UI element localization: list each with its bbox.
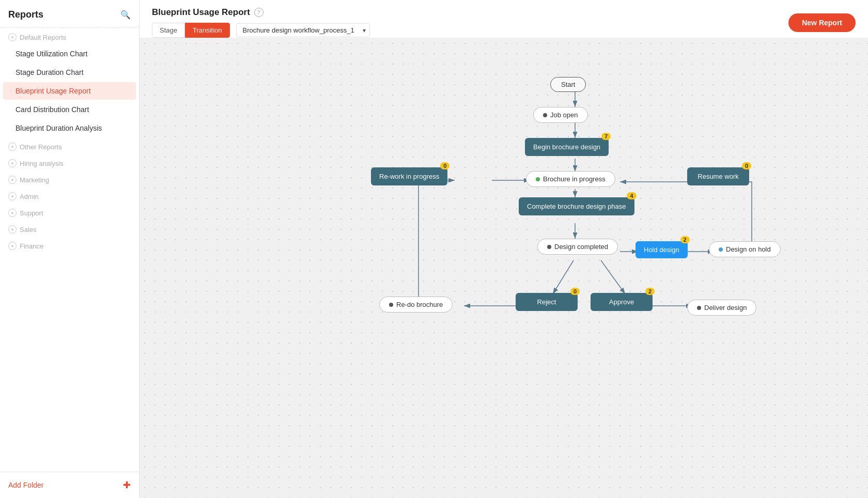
other-reports-label: Other Reports bbox=[20, 143, 62, 151]
approve-badge: 2 bbox=[645, 288, 655, 295]
job-open-status: Job open bbox=[533, 107, 588, 123]
sales-icon: ● bbox=[8, 225, 17, 234]
other-collapse-icon: ● bbox=[8, 143, 17, 151]
node-rework: Re-work in progress 0 bbox=[371, 167, 447, 185]
sidebar-section-hiring[interactable]: ● Hiring analysis bbox=[0, 154, 139, 170]
finance-label: Finance bbox=[20, 242, 43, 250]
support-icon: ● bbox=[8, 209, 17, 217]
marketing-label: Marketing bbox=[20, 176, 49, 184]
complete-brochure-badge: 4 bbox=[627, 192, 636, 199]
sidebar-section-finance[interactable]: ● Finance bbox=[0, 237, 139, 253]
rework-stage: Re-work in progress bbox=[371, 167, 447, 185]
hiring-icon: ● bbox=[8, 159, 17, 167]
rework-badge: 0 bbox=[440, 162, 450, 169]
sidebar-section-other[interactable]: ● Other Reports bbox=[0, 137, 139, 154]
design-completed-status: Design completed bbox=[537, 239, 618, 255]
sidebar-section-marketing[interactable]: ● Marketing bbox=[0, 170, 139, 187]
diagram-area: Start Job open Begin brochure design 7 B… bbox=[140, 38, 868, 498]
node-brochure-progress: Brochure in progress bbox=[526, 171, 615, 187]
sidebar-item-blueprint-usage[interactable]: Blueprint Usage Report bbox=[3, 82, 136, 100]
complete-brochure-stage: Complete brochure design phase bbox=[519, 197, 634, 215]
tab-row: Stage Transition Brochure design workflo… bbox=[152, 23, 370, 38]
sidebar: Reports 🔍 ● Default Reports Stage Utiliz… bbox=[0, 0, 140, 498]
sidebar-item-stage-duration[interactable]: Stage Duration Chart bbox=[3, 64, 136, 81]
workflow-dropdown[interactable]: Brochure design workflow_process_1 bbox=[236, 23, 370, 37]
node-job-open: Job open bbox=[533, 107, 588, 123]
deliver-design-label: Deliver design bbox=[704, 304, 747, 312]
new-report-button[interactable]: New Report bbox=[788, 13, 856, 32]
sidebar-header: Reports 🔍 bbox=[0, 0, 139, 28]
reject-stage: Reject bbox=[516, 293, 578, 311]
admin-label: Admin bbox=[20, 193, 39, 200]
node-approve: Approve 2 bbox=[591, 293, 653, 311]
sidebar-title: Reports bbox=[8, 9, 43, 20]
reject-badge: 0 bbox=[570, 288, 580, 295]
node-deliver-design: Deliver design bbox=[687, 300, 756, 316]
node-design-completed: Design completed bbox=[537, 239, 618, 255]
job-open-bullet bbox=[543, 113, 547, 117]
design-on-hold-status: Design on hold bbox=[709, 241, 781, 257]
node-redo-brochure: Re-do brochure bbox=[379, 297, 453, 313]
default-reports-label: Default Reports bbox=[20, 34, 66, 41]
redo-bullet bbox=[389, 303, 393, 307]
begin-brochure-badge: 7 bbox=[601, 133, 611, 140]
add-folder-icon[interactable]: ✚ bbox=[123, 479, 131, 491]
sidebar-section-sales[interactable]: ● Sales bbox=[0, 220, 139, 237]
main-content: Blueprint Usage Report ? Stage Transitio… bbox=[140, 0, 868, 498]
node-complete-brochure: Complete brochure design phase 4 bbox=[519, 197, 634, 215]
hiring-label: Hiring analysis bbox=[20, 160, 64, 167]
help-icon[interactable]: ? bbox=[254, 8, 264, 17]
page-title: Blueprint Usage Report bbox=[152, 7, 250, 18]
search-icon[interactable]: 🔍 bbox=[120, 10, 131, 20]
node-start: Start bbox=[550, 77, 586, 92]
redo-brochure-label: Re-do brochure bbox=[396, 301, 443, 308]
redo-brochure-status: Re-do brochure bbox=[379, 297, 453, 313]
design-completed-label: Design completed bbox=[554, 243, 608, 251]
sidebar-section-admin[interactable]: ● Admin bbox=[0, 187, 139, 204]
arrows-svg bbox=[140, 38, 868, 498]
collapse-icon: ● bbox=[8, 33, 17, 41]
sidebar-item-stage-utilization[interactable]: Stage Utilization Chart bbox=[3, 45, 136, 63]
brochure-bullet bbox=[536, 177, 540, 181]
svg-line-11 bbox=[553, 260, 574, 294]
begin-brochure-stage: Begin brochure design bbox=[525, 138, 609, 156]
sidebar-item-blueprint-duration[interactable]: Blueprint Duration Analysis bbox=[3, 119, 136, 137]
hold-design-transition: Hold design bbox=[636, 241, 688, 258]
finance-icon: ● bbox=[8, 242, 17, 250]
tab-transition[interactable]: Transition bbox=[185, 23, 230, 38]
start-label: Start bbox=[550, 77, 586, 92]
support-label: Support bbox=[20, 209, 43, 217]
sidebar-item-card-distribution[interactable]: Card Distribution Chart bbox=[3, 101, 136, 118]
node-begin-brochure: Begin brochure design 7 bbox=[525, 138, 609, 156]
brochure-progress-status: Brochure in progress bbox=[526, 171, 615, 187]
add-folder-button[interactable]: Add Folder bbox=[8, 481, 43, 489]
workflow-dropdown-wrapper: Brochure design workflow_process_1 bbox=[230, 23, 370, 37]
resume-work-badge: 0 bbox=[742, 162, 751, 169]
design-on-hold-bullet bbox=[719, 247, 723, 252]
main-header: Blueprint Usage Report ? Stage Transitio… bbox=[140, 0, 868, 38]
node-design-on-hold: Design on hold bbox=[709, 241, 781, 257]
design-completed-bullet bbox=[547, 245, 551, 249]
marketing-icon: ● bbox=[8, 176, 17, 184]
node-resume-work: Resume work 0 bbox=[687, 167, 749, 185]
deliver-design-status: Deliver design bbox=[687, 300, 756, 316]
resume-work-stage: Resume work bbox=[687, 167, 749, 185]
admin-icon: ● bbox=[8, 192, 17, 200]
approve-stage: Approve bbox=[591, 293, 653, 311]
tab-stage[interactable]: Stage bbox=[152, 23, 185, 38]
design-on-hold-label: Design on hold bbox=[726, 245, 771, 253]
node-reject: Reject 0 bbox=[516, 293, 578, 311]
sales-label: Sales bbox=[20, 226, 37, 234]
brochure-progress-label: Brochure in progress bbox=[543, 175, 606, 183]
job-open-label: Job open bbox=[550, 111, 578, 119]
sidebar-section-default[interactable]: ● Default Reports bbox=[0, 28, 139, 44]
sidebar-section-support[interactable]: ● Support bbox=[0, 204, 139, 220]
svg-line-10 bbox=[601, 260, 625, 294]
sidebar-footer: Add Folder ✚ bbox=[0, 472, 139, 498]
deliver-bullet bbox=[697, 306, 701, 310]
node-hold-design: Hold design 2 bbox=[636, 241, 688, 258]
title-row: Blueprint Usage Report ? bbox=[152, 7, 370, 18]
hold-design-badge: 2 bbox=[680, 236, 690, 243]
